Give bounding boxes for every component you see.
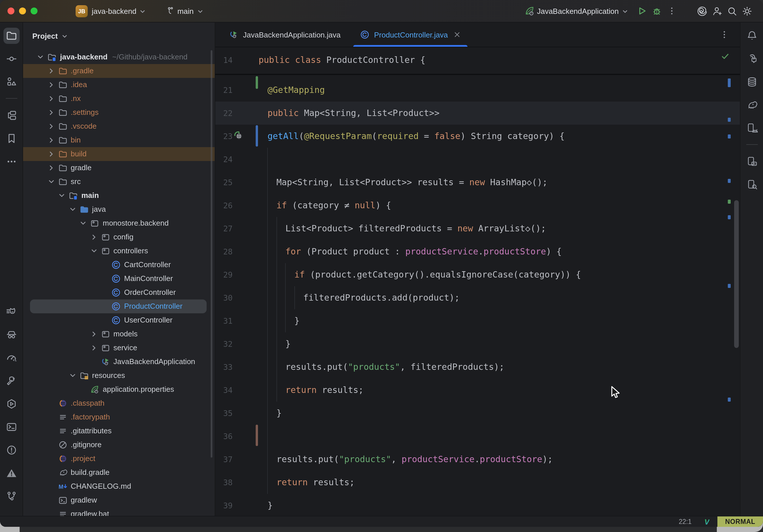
- editor-scrollbar[interactable]: [734, 200, 739, 348]
- code-with-me-button[interactable]: [709, 3, 724, 19]
- code-line-24[interactable]: 24: [215, 148, 740, 171]
- running-devices-tool-button[interactable]: [744, 154, 760, 170]
- code-line-29[interactable]: 29if (product.getCategory().equalsIgnore…: [215, 263, 740, 286]
- tree-item--nx[interactable]: .nx: [23, 92, 215, 106]
- tree-item-usercontroller[interactable]: UserController: [23, 313, 215, 327]
- more-actions-button[interactable]: [664, 3, 679, 19]
- line-number[interactable]: 27: [215, 217, 233, 240]
- run-button[interactable]: [634, 3, 649, 19]
- private-analysis-tool-button[interactable]: [3, 327, 19, 343]
- tree-item-service[interactable]: service: [23, 341, 215, 355]
- tree-item-config[interactable]: config: [23, 230, 215, 244]
- tree-item-monostore-backend[interactable]: monostore.backend: [23, 216, 215, 230]
- tree-item--gitattributes[interactable]: .gitattributes: [23, 424, 215, 438]
- tree-item-javabackendapplication[interactable]: JavaBackendApplication: [23, 355, 215, 369]
- chevron-right-icon[interactable]: [47, 94, 56, 103]
- sticky-code-line-14[interactable]: 14public class ProductController {: [215, 49, 740, 71]
- chevron-right-icon[interactable]: [89, 233, 98, 242]
- tree-item-bin[interactable]: bin: [23, 133, 215, 147]
- code-line-28[interactable]: 28for (Product product : productService.…: [215, 240, 740, 263]
- error-stripe-change-mark[interactable]: [728, 135, 731, 139]
- run-configuration-widget[interactable]: JavaBackendApplication: [522, 3, 631, 19]
- tree-item-main[interactable]: main: [23, 189, 215, 202]
- tree-item-java[interactable]: java: [23, 202, 215, 216]
- tree-item-gradlew[interactable]: gradlew: [23, 493, 215, 507]
- code-editor[interactable]: 21@GetMapping22public Map<String, List<P…: [215, 47, 740, 516]
- line-number[interactable]: 30: [215, 286, 233, 309]
- search-everywhere-button[interactable]: [724, 3, 739, 19]
- bookmarks-tool-button[interactable]: [3, 130, 19, 147]
- line-number[interactable]: 32: [215, 332, 233, 356]
- tab-javabackendapplication-java[interactable]: JavaBackendApplication.java: [221, 23, 349, 47]
- inspections-tool-button[interactable]: [3, 465, 19, 481]
- line-number[interactable]: 38: [215, 471, 233, 494]
- ideavim-icon[interactable]: V: [705, 517, 709, 526]
- chevron-right-icon[interactable]: [47, 150, 56, 159]
- code-line-27[interactable]: 27List<Product> filteredProducts = new A…: [215, 217, 740, 240]
- error-stripe-added-mark[interactable]: [728, 200, 731, 204]
- tree-item-productcontroller[interactable]: ProductController: [23, 299, 215, 313]
- tree-item-resources[interactable]: resources: [23, 369, 215, 382]
- chevron-right-icon[interactable]: [47, 163, 56, 172]
- line-number[interactable]: 31: [215, 309, 233, 332]
- ai-assistant-button[interactable]: [694, 3, 709, 19]
- chevron-down-icon[interactable]: [57, 191, 66, 200]
- database-tool-button[interactable]: [744, 74, 760, 90]
- line-number[interactable]: 29: [215, 263, 233, 286]
- chevron-right-icon[interactable]: [89, 343, 98, 353]
- code-line-25[interactable]: 25Map<String, List<Product>> results = n…: [215, 171, 740, 194]
- chevron-right-icon[interactable]: [47, 66, 56, 75]
- code-line-32[interactable]: 32}: [215, 332, 740, 356]
- error-stripe-change-mark[interactable]: [728, 118, 731, 122]
- code-line-35[interactable]: 35}: [215, 402, 740, 425]
- line-number[interactable]: 35: [215, 402, 233, 425]
- code-line-33[interactable]: 33results.put("products", filteredProduc…: [215, 356, 740, 378]
- line-number[interactable]: 25: [215, 171, 233, 194]
- profiler-tool-button[interactable]: [3, 350, 19, 366]
- line-number[interactable]: 33: [215, 356, 233, 378]
- code-line-39[interactable]: 39}: [215, 494, 740, 516]
- copilot-tool-button[interactable]: [3, 303, 19, 320]
- caret-position[interactable]: 22:1: [679, 518, 692, 525]
- close-window-button[interactable]: [8, 8, 14, 14]
- chevron-right-icon[interactable]: [89, 330, 98, 339]
- terminal-tool-button[interactable]: [3, 419, 19, 435]
- tree-item-models[interactable]: models: [23, 327, 215, 341]
- chevron-down-icon[interactable]: [89, 246, 98, 256]
- tree-item-changelog-md[interactable]: MCHANGELOG.md: [23, 479, 215, 493]
- tree-item--classpath[interactable]: .classpath: [23, 396, 215, 410]
- code-line-26[interactable]: 26if (category ≠ null) {: [215, 194, 740, 217]
- error-stripe-caret-mark[interactable]: [728, 78, 731, 87]
- line-number[interactable]: 23: [215, 125, 233, 148]
- dependencies-tool-button[interactable]: [3, 107, 19, 124]
- inspection-ok-icon[interactable]: [721, 52, 729, 63]
- tree-item-src[interactable]: src: [23, 175, 215, 189]
- tree-item-gradle[interactable]: gradle: [23, 161, 215, 175]
- chevron-right-icon[interactable]: [47, 122, 56, 131]
- chevron-right-icon[interactable]: [47, 108, 56, 117]
- error-stripe-change-mark[interactable]: [728, 284, 731, 288]
- tree-item--settings[interactable]: .settings: [23, 106, 215, 119]
- tree-item-java-backend[interactable]: java-backend~/Github/java-backend: [23, 50, 215, 64]
- project-tree-scrollbar[interactable]: [211, 50, 212, 458]
- zoom-window-button[interactable]: [31, 8, 38, 14]
- vcs-change-marker-brown[interactable]: [256, 425, 258, 446]
- tree-item--project[interactable]: .project: [23, 452, 215, 466]
- services-tool-button[interactable]: [3, 396, 19, 412]
- debug-button[interactable]: [649, 3, 664, 19]
- chevron-down-icon[interactable]: [68, 205, 77, 214]
- chevron-down-icon[interactable]: [36, 53, 45, 62]
- line-number[interactable]: 22: [215, 102, 233, 125]
- tree-item-ordercontroller[interactable]: OrderController: [23, 286, 215, 299]
- tab-options-kebab-icon[interactable]: [717, 27, 732, 42]
- code-line-23[interactable]: 23getAll(@RequestParam(required = false)…: [215, 125, 740, 148]
- project-panel-header[interactable]: Project: [23, 23, 215, 49]
- minimize-window-button[interactable]: [19, 8, 26, 14]
- code-line-31[interactable]: 31}: [215, 309, 740, 332]
- line-number[interactable]: 28: [215, 240, 233, 263]
- device-manager-tool-button[interactable]: [744, 120, 760, 136]
- line-number[interactable]: 37: [215, 448, 233, 471]
- tree-item-gradlew-bat[interactable]: gradlew.bat: [23, 507, 215, 516]
- line-number[interactable]: 34: [215, 378, 233, 402]
- tab-productcontroller-java[interactable]: ProductController.java: [352, 23, 469, 47]
